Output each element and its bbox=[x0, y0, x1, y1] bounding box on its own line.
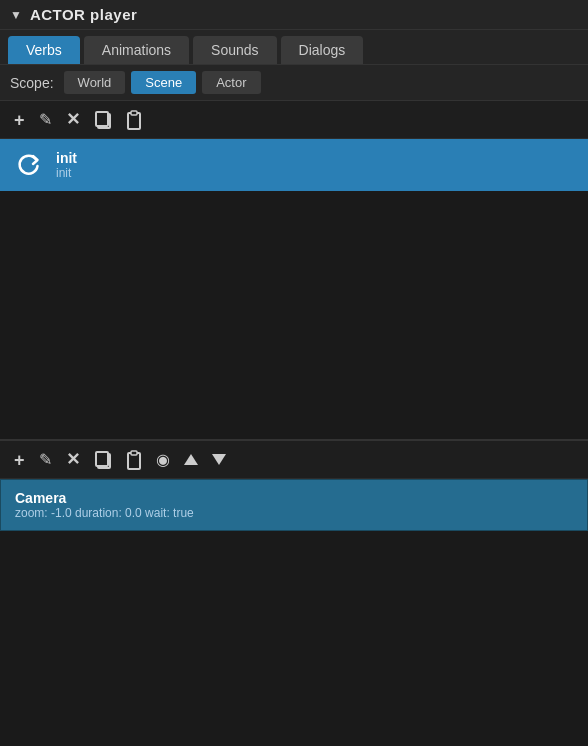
tab-sounds[interactable]: Sounds bbox=[193, 36, 276, 64]
item-text: init init bbox=[56, 150, 77, 180]
x-icon-bottom: ✕ bbox=[66, 449, 80, 470]
delete-verb-button[interactable]: ✕ bbox=[62, 107, 84, 132]
triangle-down-icon bbox=[212, 454, 226, 465]
edit-verb-button[interactable]: ✎ bbox=[35, 108, 56, 131]
plus-icon: + bbox=[14, 111, 25, 129]
list-item[interactable]: init init bbox=[0, 139, 588, 192]
item-sub: init bbox=[56, 166, 77, 180]
svg-rect-7 bbox=[131, 451, 137, 455]
tab-dialogs[interactable]: Dialogs bbox=[281, 36, 364, 64]
svg-rect-3 bbox=[131, 111, 137, 115]
add-action-button[interactable]: + bbox=[10, 449, 29, 471]
paste-icon-bottom bbox=[126, 450, 142, 470]
svg-rect-1 bbox=[96, 112, 108, 126]
scope-scene-button[interactable]: Scene bbox=[131, 71, 196, 94]
scope-actor-button[interactable]: Actor bbox=[202, 71, 260, 94]
scope-row: Scope: World Scene Actor bbox=[0, 65, 588, 101]
scope-world-button[interactable]: World bbox=[64, 71, 126, 94]
actor-player-panel: ▼ ACTOR player Verbs Animations Sounds D… bbox=[0, 0, 588, 531]
eye-icon: ◉ bbox=[156, 450, 170, 469]
collapse-arrow-icon[interactable]: ▼ bbox=[10, 8, 22, 22]
move-up-button[interactable] bbox=[180, 452, 202, 467]
tab-verbs[interactable]: Verbs bbox=[8, 36, 80, 64]
pencil-icon: ✎ bbox=[39, 110, 52, 129]
copy-verb-button[interactable] bbox=[90, 108, 116, 132]
plus-icon-bottom: + bbox=[14, 451, 25, 469]
top-toolbar: + ✎ ✕ bbox=[0, 101, 588, 139]
action-list-item[interactable]: Camera zoom: -1.0 duration: 0.0 wait: tr… bbox=[0, 479, 588, 531]
move-down-button[interactable] bbox=[208, 452, 230, 467]
panel-title: ACTOR player bbox=[30, 6, 137, 23]
tab-animations[interactable]: Animations bbox=[84, 36, 189, 64]
copy-icon-bottom bbox=[94, 450, 112, 470]
edit-action-button[interactable]: ✎ bbox=[35, 448, 56, 471]
bottom-toolbar: + ✎ ✕ ◉ bbox=[0, 441, 588, 479]
triangle-up-icon bbox=[184, 454, 198, 465]
action-title: Camera bbox=[15, 490, 573, 506]
item-name: init bbox=[56, 150, 77, 166]
x-icon: ✕ bbox=[66, 109, 80, 130]
paste-verb-button[interactable] bbox=[122, 108, 146, 132]
reload-icon bbox=[12, 149, 44, 181]
pencil-icon-bottom: ✎ bbox=[39, 450, 52, 469]
svg-rect-5 bbox=[96, 452, 108, 466]
preview-action-button[interactable]: ◉ bbox=[152, 448, 174, 471]
paste-icon bbox=[126, 110, 142, 130]
delete-action-button[interactable]: ✕ bbox=[62, 447, 84, 472]
copy-icon bbox=[94, 110, 112, 130]
verb-list: init init bbox=[0, 139, 588, 439]
tab-bar: Verbs Animations Sounds Dialogs bbox=[0, 30, 588, 65]
panel-header: ▼ ACTOR player bbox=[0, 0, 588, 30]
scope-label: Scope: bbox=[10, 75, 54, 91]
copy-action-button[interactable] bbox=[90, 448, 116, 472]
action-sub: zoom: -1.0 duration: 0.0 wait: true bbox=[15, 506, 573, 520]
paste-action-button[interactable] bbox=[122, 448, 146, 472]
bottom-panel: + ✎ ✕ ◉ bbox=[0, 439, 588, 531]
add-verb-button[interactable]: + bbox=[10, 109, 29, 131]
